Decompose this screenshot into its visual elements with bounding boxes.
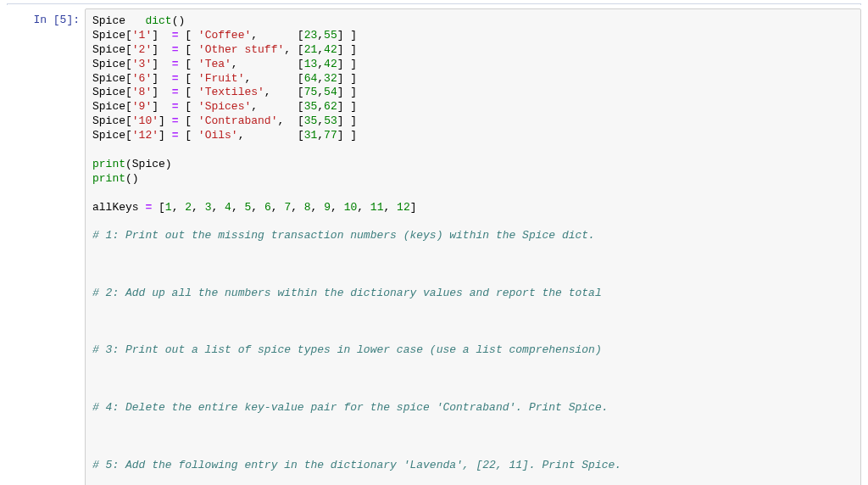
previous-cell-edge bbox=[7, 3, 861, 5]
notebook-container: In [5]: Spice dict() Spice['1'] = [ 'Cof… bbox=[0, 0, 868, 485]
code-content[interactable]: Spice dict() Spice['1'] = [ 'Coffee', [2… bbox=[92, 14, 854, 473]
input-prompt: In [5]: bbox=[7, 8, 85, 485]
code-cell[interactable]: In [5]: Spice dict() Spice['1'] = [ 'Cof… bbox=[7, 8, 861, 485]
code-input-area[interactable]: Spice dict() Spice['1'] = [ 'Coffee', [2… bbox=[85, 8, 861, 485]
